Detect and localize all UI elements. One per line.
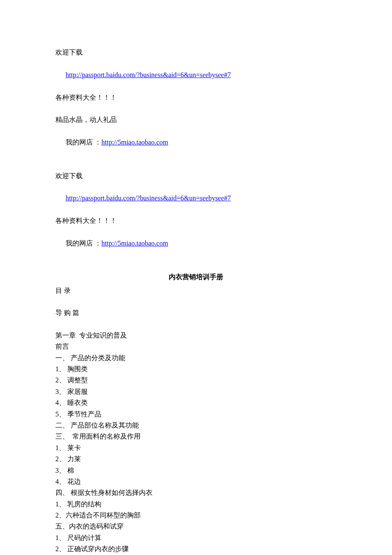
- toc-item: 1、 莱卡: [55, 442, 337, 454]
- link-line: http://passport.baidu.com/?business&aid=…: [55, 182, 337, 215]
- toc-item: 2、 正确试穿内衣的步骤: [55, 543, 337, 555]
- guide-label: 导 购 篇: [55, 307, 337, 318]
- shop-prefix: 我的网店 ：: [66, 139, 101, 146]
- shop-prefix: 我的网店 ：: [66, 240, 101, 247]
- toc-item: 2、六种适合不同杯型的胸部: [55, 510, 337, 521]
- shop-link[interactable]: http://5miao.taobao.com: [101, 240, 168, 247]
- crystal-text: 精品水晶，动人礼品: [55, 114, 337, 125]
- chapter-1-lines: 前言一、 产品的分类及功能1、 胸围类2、 调整型3、 家居服4、 睡衣类5、 …: [55, 341, 337, 555]
- toc-item: 二、 产品部位名称及其功能: [55, 420, 337, 431]
- materials-text: 各种资料大全！！！: [55, 92, 337, 103]
- passport-link[interactable]: http://passport.baidu.com/?business&aid=…: [66, 71, 231, 78]
- welcome-text: 欢迎下载: [55, 47, 337, 58]
- shop-line: 我的网店 ：http://5miao.taobao.com: [55, 125, 337, 159]
- toc-item: 1、 乳房的结构: [55, 499, 337, 510]
- document-title: 内衣营销培训手册: [55, 272, 337, 283]
- toc-item: 3、 棉: [55, 465, 337, 476]
- welcome-text: 欢迎下载: [55, 171, 337, 182]
- document-page: 欢迎下载 http://passport.baidu.com/?business…: [0, 0, 392, 555]
- toc-item: 五、内衣的选码和试穿: [55, 521, 337, 532]
- toc-item: 3、 家居服: [55, 386, 337, 397]
- materials-text: 各种资料大全！！！: [55, 215, 337, 226]
- header-block-1: 欢迎下载 http://passport.baidu.com/?business…: [55, 47, 337, 103]
- toc-item: 一、 产品的分类及功能: [55, 353, 337, 364]
- link-line: http://passport.baidu.com/?business&aid=…: [55, 58, 337, 92]
- toc-item: 1、 尺码的计算: [55, 532, 337, 543]
- toc-item: 1、 胸围类: [55, 364, 337, 375]
- toc-item: 4、 花边: [55, 476, 337, 487]
- shop-line: 我的网店 ：http://5miao.taobao.com: [55, 226, 337, 260]
- toc-item: 2、 调整型: [55, 375, 337, 386]
- toc-item: 4、 睡衣类: [55, 397, 337, 408]
- passport-link[interactable]: http://passport.baidu.com/?business&aid=…: [66, 194, 231, 202]
- chapter-1-title: 第一章 专业知识的普及: [55, 330, 337, 341]
- guide-label-block: 导 购 篇: [55, 307, 337, 318]
- toc-item: 2、 力莱: [55, 454, 337, 465]
- header-block-3: 欢迎下载 http://passport.baidu.com/?business…: [55, 171, 337, 260]
- chapter-1-block: 第一章 专业知识的普及 前言一、 产品的分类及功能1、 胸围类2、 调整型3、 …: [55, 330, 337, 555]
- toc-item: 三、 常用面料的名称及作用: [55, 431, 337, 442]
- toc-item: 前言: [55, 341, 337, 352]
- toc-item: 四、 根据女性身材如何选择内衣: [55, 487, 337, 498]
- toc-label: 目 录: [55, 285, 337, 296]
- shop-link[interactable]: http://5miao.taobao.com: [101, 139, 168, 146]
- header-block-2: 精品水晶，动人礼品 我的网店 ：http://5miao.taobao.com: [55, 114, 337, 159]
- toc-item: 5、 季节性产品: [55, 409, 337, 420]
- toc-label-block: 目 录: [55, 285, 337, 296]
